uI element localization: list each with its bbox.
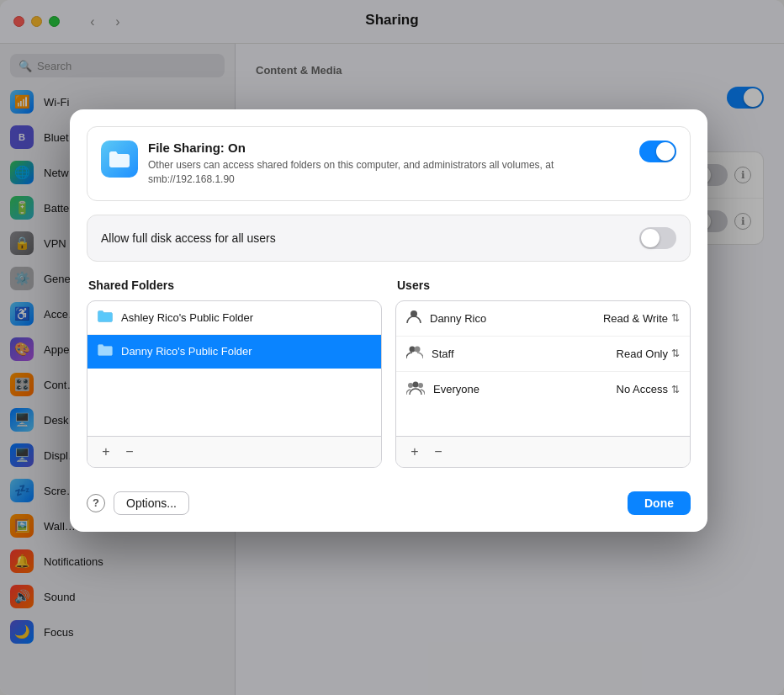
user-row-0: Danny Rico Read & Write ⇅: [396, 301, 690, 337]
shared-folders-footer: + −: [87, 436, 381, 467]
svg-point-2: [415, 347, 421, 353]
permission-label-0: Read & Write: [603, 312, 668, 325]
add-folder-button[interactable]: +: [98, 443, 114, 460]
user-icon-0: [406, 309, 421, 327]
user-icon-1: [406, 344, 423, 363]
users-footer: + −: [396, 436, 690, 467]
permission-label-1: Read Only: [617, 348, 668, 360]
stepper-icon-0: ⇅: [671, 312, 680, 324]
permission-label-2: No Access: [617, 383, 668, 395]
modal-footer: ? Options... Done: [87, 485, 691, 515]
stepper-icon-1: ⇅: [671, 348, 680, 359]
svg-point-3: [408, 383, 413, 388]
add-user-button[interactable]: +: [406, 443, 423, 460]
shared-folders-title: Shared Folders: [87, 279, 382, 292]
permission-select-1[interactable]: Read Only ⇅: [617, 348, 680, 360]
folder-item-0[interactable]: Ashley Rico's Public Folder: [87, 301, 381, 335]
file-sharing-title: File Sharing: On: [148, 141, 639, 155]
shared-folders-list-box: Ashley Rico's Public Folder Danny Rico's…: [87, 300, 382, 468]
user-row-2: Everyone No Access ⇅: [396, 372, 690, 407]
folder-item-label-1: Danny Rico's Public Folder: [121, 345, 252, 358]
file-sharing-text: File Sharing: On Other users can access …: [148, 141, 639, 187]
disk-access-toggle[interactable]: [639, 227, 676, 249]
svg-point-5: [418, 383, 423, 388]
file-sharing-icon: [101, 141, 138, 178]
disk-access-section: Allow full disk access for all users: [87, 215, 691, 262]
file-sharing-left: File Sharing: On Other users can access …: [101, 141, 639, 187]
svg-point-1: [410, 347, 416, 353]
permission-select-0[interactable]: Read & Write ⇅: [603, 312, 680, 325]
folder-icon-1: [98, 343, 113, 359]
shared-folders-column: Shared Folders Ashley Rico's Public Fold…: [87, 279, 382, 468]
folder-item-1[interactable]: Danny Rico's Public Folder: [87, 335, 381, 369]
users-items: Danny Rico Read & Write ⇅: [396, 301, 690, 436]
users-list-box: Danny Rico Read & Write ⇅: [395, 300, 691, 468]
users-title: Users: [395, 279, 691, 292]
remove-folder-button[interactable]: −: [121, 443, 138, 460]
file-sharing-toggle[interactable]: [639, 141, 676, 162]
help-button[interactable]: ?: [87, 494, 105, 512]
done-button[interactable]: Done: [628, 491, 691, 515]
options-button[interactable]: Options...: [114, 491, 189, 515]
remove-user-button[interactable]: −: [430, 443, 447, 460]
permission-select-2[interactable]: No Access ⇅: [617, 383, 680, 395]
folder-icon-0: [98, 310, 113, 326]
user-row-1: Staff Read Only ⇅: [396, 337, 690, 372]
stepper-icon-2: ⇅: [671, 384, 680, 395]
folder-item-label-0: Ashley Rico's Public Folder: [121, 311, 253, 324]
footer-left: ? Options...: [87, 491, 189, 515]
shared-folders-items: Ashley Rico's Public Folder Danny Rico's…: [87, 301, 381, 436]
file-sharing-description: Other users can access shared folders on…: [148, 158, 639, 187]
user-name-1: Staff: [432, 348, 608, 360]
file-sharing-section: File Sharing: On Other users can access …: [87, 126, 691, 201]
users-column: Users Danny Rico R: [395, 279, 691, 468]
user-icon-2: [406, 380, 425, 399]
user-name-2: Everyone: [433, 383, 608, 395]
disk-access-label: Allow full disk access for all users: [101, 231, 276, 245]
svg-point-4: [413, 381, 419, 387]
user-name-0: Danny Rico: [430, 312, 595, 325]
folders-users-section: Shared Folders Ashley Rico's Public Fold…: [87, 279, 691, 468]
sharing-modal: File Sharing: On Other users can access …: [70, 109, 707, 532]
